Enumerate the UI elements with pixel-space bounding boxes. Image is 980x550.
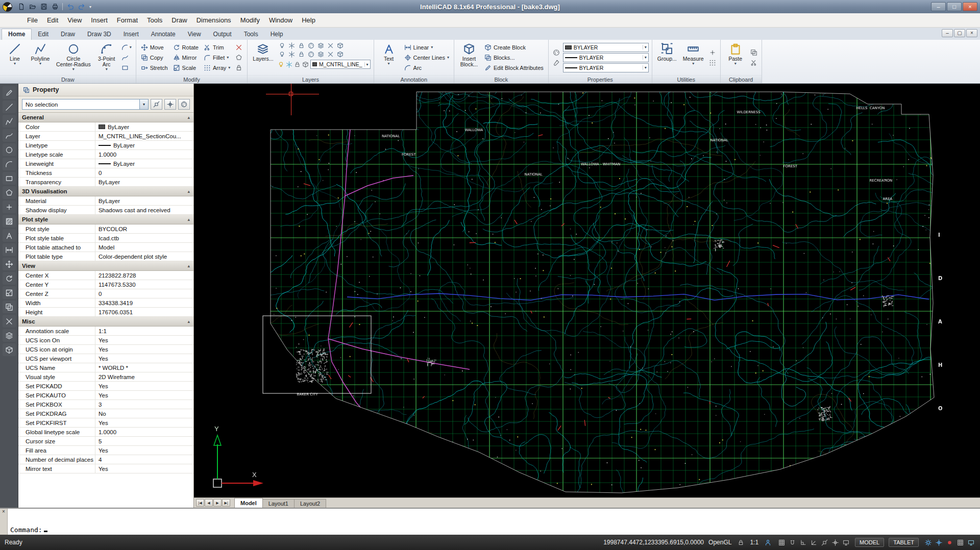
menu-view[interactable]: View xyxy=(63,14,86,27)
polyline-tool[interactable] xyxy=(3,115,16,128)
app-logo-icon[interactable] xyxy=(3,2,12,12)
group-button[interactable]: Group... xyxy=(655,41,679,73)
property-value[interactable]: 4 xyxy=(95,455,193,464)
fillet-button[interactable]: Fillet▾ xyxy=(202,53,232,62)
current-layer-dropdown[interactable]: M_CNTRL_LINE_ ▾ xyxy=(310,60,371,69)
dimension-tool[interactable] xyxy=(3,243,16,256)
layer-freeze-icon[interactable] xyxy=(286,61,292,68)
text-tool[interactable] xyxy=(3,229,16,242)
property-value[interactable]: ByLayer xyxy=(95,178,193,186)
cursor-settings-icon[interactable] xyxy=(934,538,943,547)
record-icon[interactable] xyxy=(945,538,954,547)
model-space-button[interactable]: MODEL xyxy=(855,538,884,547)
scale-tool[interactable] xyxy=(3,286,16,299)
property-section-header[interactable]: Misc▴ xyxy=(18,317,193,327)
layer-tool-erase-icon[interactable] xyxy=(326,50,335,58)
annotation-visibility-icon[interactable] xyxy=(763,538,772,547)
edit-block-attributes-button[interactable]: Edit Block Attributes xyxy=(483,63,545,72)
menu-draw[interactable]: Draw xyxy=(167,14,191,27)
lineweight-dropdown[interactable]: BYLAYER ▾ xyxy=(563,63,649,72)
annotation-scale-display[interactable]: 1:1 xyxy=(750,539,758,546)
color-dropdown[interactable]: BYLAYER ▾ xyxy=(563,43,649,52)
point-style-button[interactable] xyxy=(708,48,717,57)
rectangle-button[interactable] xyxy=(120,63,133,72)
maximize-button[interactable]: □ xyxy=(947,2,962,11)
line-tool[interactable] xyxy=(3,101,16,113)
property-value[interactable]: 2123822.8728 xyxy=(95,271,193,280)
linear-dimension-button[interactable]: Linear▾ xyxy=(403,42,451,52)
create-block-button[interactable]: Create Block xyxy=(483,42,545,52)
customize-qat-button[interactable]: ▾ xyxy=(87,5,93,9)
layer-tool-lock-icon[interactable] xyxy=(297,41,306,49)
property-value[interactable]: ByLayer xyxy=(95,122,193,131)
sketch-tool[interactable] xyxy=(3,86,16,99)
menu-file[interactable]: File xyxy=(22,14,42,27)
layer-tool-erase-icon[interactable] xyxy=(326,41,335,49)
selection-dropdown[interactable]: No selection ▾ xyxy=(22,99,149,110)
ribbon-tab-home[interactable]: Home xyxy=(2,29,32,40)
property-value[interactable]: BYCOLOR xyxy=(95,224,193,233)
property-value[interactable]: ByLayer xyxy=(95,159,193,168)
center-lines-button[interactable]: Center Lines▾ xyxy=(403,53,451,62)
property-value[interactable]: 1.0000 xyxy=(95,150,193,159)
property-value[interactable]: Yes xyxy=(95,391,193,399)
property-value[interactable]: Model xyxy=(95,243,193,252)
ribbon-tab-help[interactable]: Help xyxy=(264,29,289,40)
renderer-label[interactable]: OpenGL xyxy=(708,539,731,546)
ribbon-tab-tools[interactable]: Tools xyxy=(238,29,264,40)
rotate-tool[interactable] xyxy=(3,272,16,285)
property-value[interactable]: Yes xyxy=(95,354,193,363)
save-button[interactable] xyxy=(38,2,49,12)
property-value[interactable]: Yes xyxy=(95,446,193,455)
layers-button[interactable]: Layers... xyxy=(251,41,275,73)
property-value[interactable]: 1:1 xyxy=(95,327,193,335)
property-value[interactable]: Yes xyxy=(95,382,193,390)
menu-format[interactable]: Format xyxy=(112,14,142,27)
explode-button[interactable] xyxy=(234,53,244,62)
doc-restore-button[interactable]: ▢ xyxy=(954,29,965,37)
command-lines[interactable]: Command: xyxy=(8,509,980,535)
mirror-button[interactable]: Mirror xyxy=(172,53,200,62)
drawing-canvas[interactable] xyxy=(194,84,980,497)
layer-tool-lock-icon[interactable] xyxy=(297,50,306,58)
tablet-button[interactable]: TABLET xyxy=(889,538,919,547)
stretch-button[interactable]: Stretch xyxy=(139,63,169,72)
coordinates-display[interactable]: 1998747.4472,1233395.6915,0.0000 xyxy=(603,539,704,546)
property-value[interactable]: 2D Wireframe xyxy=(95,372,193,381)
prev-layout-button[interactable]: ◀ xyxy=(205,499,213,507)
property-section-header[interactable]: 3D Visualisation▴ xyxy=(18,187,193,196)
property-value[interactable]: ByLayer xyxy=(95,196,193,205)
property-value[interactable]: 0 xyxy=(95,168,193,177)
layer-tool-palette-icon[interactable] xyxy=(307,41,316,49)
snap-grid-icon[interactable] xyxy=(777,538,786,547)
property-value[interactable]: 5 xyxy=(95,437,193,445)
three-point-arc-button[interactable]: 3-PointArc ▾ xyxy=(95,41,118,73)
layers-tool[interactable] xyxy=(3,329,16,342)
layer-tool-palette-icon[interactable] xyxy=(307,50,316,58)
array-button[interactable]: Array▾ xyxy=(202,63,232,72)
layer-tool-snow-icon[interactable] xyxy=(287,50,297,58)
first-layout-button[interactable]: |◀ xyxy=(196,499,204,507)
menu-help[interactable]: Help xyxy=(297,14,320,27)
move-button[interactable]: Move xyxy=(139,42,169,52)
block-tool[interactable] xyxy=(3,343,16,356)
quick-calc-button[interactable] xyxy=(708,58,717,67)
circle-button[interactable]: CircleCenter-Radius ▾ xyxy=(54,41,93,73)
hatch-tool[interactable] xyxy=(3,215,16,228)
polar-tracking-icon[interactable] xyxy=(809,538,818,547)
layout-tab-layout2[interactable]: Layout2 xyxy=(294,499,326,508)
paste-button[interactable]: Paste ▾ xyxy=(724,41,747,73)
arc-variant-button[interactable]: ▾ xyxy=(120,43,133,52)
property-value[interactable]: Yes xyxy=(95,345,193,354)
ribbon-tab-insert[interactable]: Insert xyxy=(117,29,145,40)
select-objects-button[interactable] xyxy=(151,99,162,110)
close-button[interactable]: × xyxy=(963,2,977,11)
redo-button[interactable] xyxy=(76,2,87,12)
menu-tools[interactable]: Tools xyxy=(142,14,167,27)
command-window[interactable]: × Command: xyxy=(0,508,980,535)
property-value[interactable]: 176706.0351 xyxy=(95,308,193,316)
property-section-header[interactable]: Plot style▴ xyxy=(18,215,193,224)
menu-window[interactable]: Window xyxy=(264,14,297,27)
insert-block-button[interactable]: InsertBlock... xyxy=(457,41,481,73)
cut-clip-button[interactable] xyxy=(749,58,758,67)
